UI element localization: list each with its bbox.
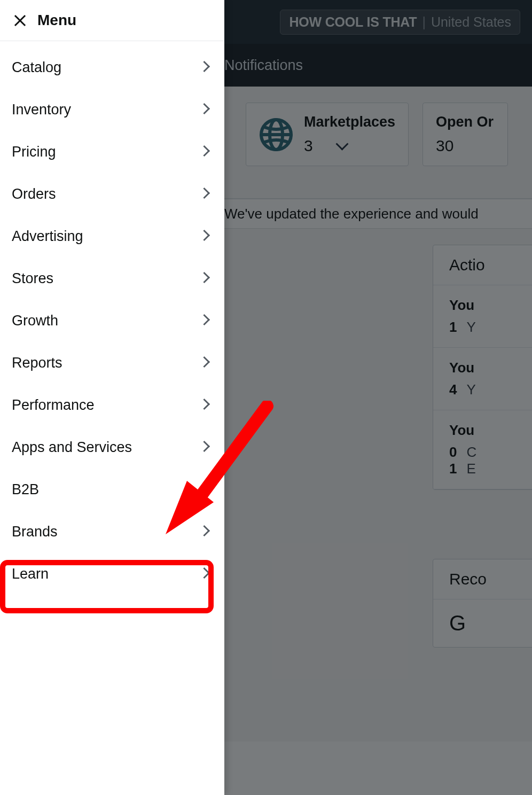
menu-item-label: Advertising (12, 228, 83, 245)
panel-item-text: C (466, 444, 476, 461)
menu-item-label: Inventory (12, 102, 71, 118)
actions-panel: Actio You 1 Y You 4 Y You 0 C (433, 245, 532, 490)
menu-item-label: Brands (12, 524, 58, 540)
panel-item-text: E (466, 461, 475, 477)
banner-text: We've updated the experience and would (224, 206, 479, 222)
menu-item-label: Stores (12, 270, 53, 287)
drawer-header: Menu (0, 0, 224, 41)
menu-item-advertising[interactable]: Advertising (0, 215, 224, 258)
chevron-right-icon (200, 400, 208, 410)
menu-list: Catalog Inventory Pricing Orders Adverti… (0, 41, 224, 601)
chevron-right-icon (200, 442, 208, 453)
marketplaces-card[interactable]: Marketplaces 3 (246, 103, 409, 166)
open-orders-title: Open Or (436, 114, 494, 130)
panel-item-num: 0 (449, 444, 457, 461)
chevron-right-icon (200, 485, 208, 495)
panel-item-title: You (449, 422, 532, 439)
globe-icon (259, 118, 293, 152)
menu-item-performance[interactable]: Performance (0, 384, 224, 426)
close-menu-button[interactable] (12, 12, 28, 28)
menu-item-inventory[interactable]: Inventory (0, 89, 224, 131)
seller-name: HOW COOL IS THAT (289, 14, 417, 30)
menu-item-label: B2B (12, 481, 39, 498)
reco-panel: Reco G (433, 559, 532, 648)
chevron-right-icon (200, 358, 208, 368)
reco-big-letter: G (433, 599, 532, 647)
menu-item-brands[interactable]: Brands (0, 511, 224, 553)
menu-item-label: Catalog (12, 59, 61, 76)
menu-item-reports[interactable]: Reports (0, 342, 224, 384)
panel-item-title: You (449, 297, 532, 314)
chevron-right-icon (200, 274, 208, 284)
menu-item-b2b[interactable]: B2B (0, 469, 224, 511)
menu-item-label: Apps and Services (12, 439, 132, 456)
seller-region: United States (431, 14, 511, 30)
chevron-right-icon (200, 105, 208, 115)
panel-item[interactable]: You 4 Y (433, 348, 532, 410)
menu-item-label: Orders (12, 186, 56, 202)
reco-panel-header: Reco (433, 559, 532, 599)
chevron-right-icon (200, 569, 208, 579)
panel-item-num: 1 (449, 461, 457, 477)
menu-item-apps-and-services[interactable]: Apps and Services (0, 426, 224, 469)
open-orders-value: 30 (436, 137, 494, 155)
menu-item-label: Learn (12, 566, 49, 582)
menu-item-growth[interactable]: Growth (0, 300, 224, 342)
main-menu-drawer: Menu Catalog Inventory Pricing Orders Ad… (0, 0, 224, 795)
menu-item-label: Pricing (12, 144, 56, 160)
menu-item-label: Performance (12, 397, 95, 414)
notifications-tab[interactable]: Notifications (224, 57, 303, 74)
close-icon (13, 14, 26, 27)
seller-switcher[interactable]: HOW COOL IS THAT | United States (280, 10, 520, 35)
marketplaces-title: Marketplaces (304, 114, 395, 130)
chevron-down-icon (338, 139, 347, 153)
chevron-right-icon (200, 189, 208, 199)
separator: | (422, 14, 426, 30)
panel-item-num: 4 (449, 381, 457, 398)
menu-item-orders[interactable]: Orders (0, 173, 224, 215)
chevron-right-icon (200, 316, 208, 326)
marketplaces-value: 3 (304, 137, 313, 155)
panel-item-title: You (449, 360, 532, 376)
menu-item-label: Reports (12, 355, 62, 371)
open-orders-card[interactable]: Open Or 30 (423, 103, 508, 166)
chevron-right-icon (200, 527, 208, 537)
actions-panel-header: Actio (433, 245, 532, 285)
panel-item[interactable]: You 1 Y (433, 285, 532, 348)
panel-item-text: Y (466, 319, 475, 336)
menu-item-stores[interactable]: Stores (0, 258, 224, 300)
chevron-right-icon (200, 63, 208, 73)
menu-item-label: Growth (12, 313, 58, 329)
chevron-right-icon (200, 147, 208, 157)
panel-item[interactable]: You 0 C 1 E (433, 410, 532, 489)
menu-item-learn[interactable]: Learn (0, 553, 224, 595)
menu-item-pricing[interactable]: Pricing (0, 131, 224, 173)
panel-item-num: 1 (449, 319, 457, 336)
panel-item-text: Y (466, 381, 475, 398)
drawer-title: Menu (37, 12, 76, 29)
menu-item-catalog[interactable]: Catalog (0, 46, 224, 89)
chevron-right-icon (200, 231, 208, 241)
